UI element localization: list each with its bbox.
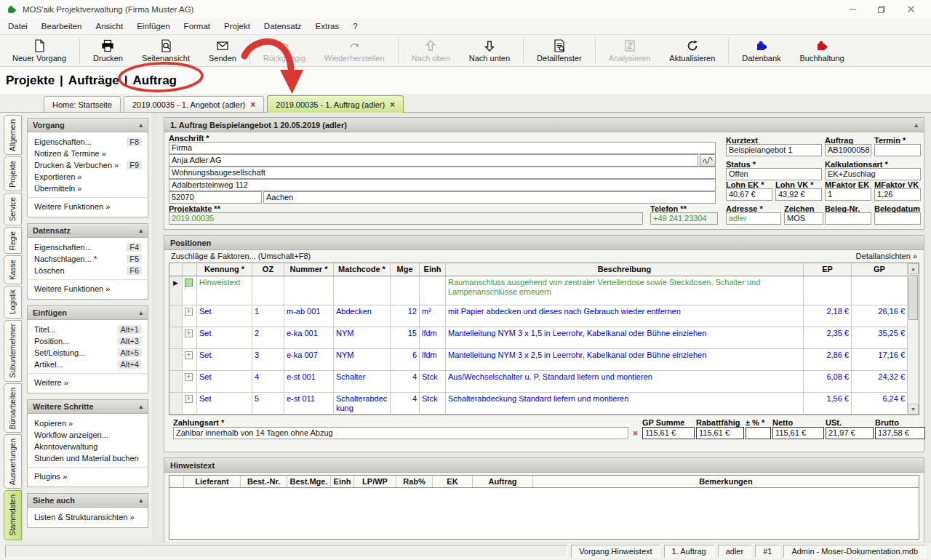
sidebar-item-nachschlagen[interactable]: Nachschlagen... *F5 [28, 253, 148, 265]
kalkulationsart-input[interactable]: EK+Zuschlag [825, 168, 921, 180]
cell-beschreibung[interactable]: Raumanschluss ausgehend von zentraler Ve… [446, 276, 804, 305]
sidebar-item-löschen[interactable]: LöschenF6 [28, 265, 148, 276]
restore-button[interactable] [867, 1, 896, 17]
cell-beschreibung[interactable]: Aus/Wechselschalter u. P. Standard liefe… [446, 371, 804, 392]
workbook-tab-subunternehmer[interactable]: Subunternehmer [4, 320, 22, 382]
ort-input[interactable]: Aachen [263, 191, 716, 204]
cell-mge[interactable]: 4 [391, 371, 420, 392]
hint-column-blank[interactable] [169, 476, 184, 487]
toolbar-button-drucken[interactable]: Drucken [84, 36, 132, 65]
toolbar-button-buchhaltung[interactable]: Buchhaltung [791, 36, 854, 65]
cell-beschreibung[interactable]: mit Papier abdecken und dieses nach Gebr… [446, 305, 804, 327]
cell-oz[interactable]: 4 [252, 371, 284, 392]
sidebar-item-übermitteln[interactable]: Übermitteln » [28, 183, 148, 194]
cell-einh[interactable] [420, 276, 446, 305]
cell-gp[interactable]: 26,16 € [852, 305, 907, 327]
detail-views-link[interactable]: Detailansichten » [856, 252, 917, 260]
sidebar-item-workflow-anzeigen[interactable]: Workflow anzeigen... [28, 429, 148, 441]
toolbar-button-senden[interactable]: Senden [199, 36, 246, 65]
cell-einh[interactable]: lfdm [420, 349, 446, 370]
menu-item-item[interactable]: ? [353, 22, 357, 31]
table-row[interactable]: +Set1m-ab 001Abdecken12m²mit Papier abde… [169, 305, 907, 327]
cell-einh[interactable]: lfdm [420, 327, 446, 348]
total-value-item[interactable] [746, 427, 771, 439]
expand-icon[interactable]: + [185, 373, 193, 381]
workbook-tab-logistik[interactable]: Logistik [4, 286, 22, 319]
scrollbar-thumb[interactable] [908, 275, 918, 320]
toolbar-button-nach-unten[interactable]: Nach unten [460, 36, 519, 65]
sidebar-item-stunden-und-material-buchen[interactable]: Stunden und Material buchen [28, 452, 148, 464]
breadcrumb-part-auftrag[interactable]: Auftrag [133, 73, 177, 88]
close-icon[interactable] [896, 1, 925, 17]
menu-item-datei[interactable]: Datei [8, 22, 28, 31]
sidebar-item-akontoverwaltung[interactable]: Akontoverwaltung [28, 441, 148, 452]
adresse-input[interactable]: adler [726, 212, 781, 225]
cell-ep[interactable]: 2,18 € [804, 305, 852, 327]
sidebar-item-weitere[interactable]: Weitere » [28, 377, 148, 388]
sidebar-item-titel[interactable]: Titel...Alt+1 [28, 324, 148, 335]
column-header-oz[interactable]: OZ [252, 263, 284, 276]
cell-ep[interactable] [804, 276, 852, 305]
vertical-scrollbar[interactable]: ▲▼ [907, 263, 919, 415]
tab-2019-00035-1-auftrag-adler[interactable]: 2019.00035 - 1. Auftrag (adler)× [267, 95, 404, 113]
signature-lookup-button[interactable] [700, 154, 716, 167]
cell-matchcode[interactable]: NYM [334, 349, 391, 370]
expand-icon[interactable]: + [185, 329, 193, 337]
column-header-beschreibung[interactable]: Beschreibung [446, 263, 804, 276]
toolbar-button-neuer-vorgang[interactable]: Neuer Vorgang [3, 36, 76, 65]
cell-kennung[interactable]: Set [197, 305, 252, 327]
anschrift-line2-input[interactable]: Anja Adler AG [169, 154, 698, 167]
workbook-tab-büroarbeiten[interactable]: Büroarbeiten [4, 383, 22, 433]
section-header-weitere-schritte[interactable]: Weitere Schritte▴ [28, 400, 148, 414]
menu-item-datensatz[interactable]: Datensatz [264, 22, 302, 31]
tab-home-startseite[interactable]: Home: Startseite [44, 96, 121, 112]
expand-icon[interactable]: + [185, 351, 193, 359]
cell-nummer[interactable] [284, 276, 334, 305]
row-checkbox[interactable] [185, 279, 193, 287]
cell-nummer[interactable]: e-ka 007 [284, 349, 334, 370]
hint-column-auftrag[interactable]: Auftrag [473, 476, 533, 487]
cell-matchcode[interactable]: Schalterabdeckung [334, 393, 391, 414]
total-value-netto[interactable]: 115,61 € [772, 427, 824, 439]
cell-oz[interactable]: 2 [252, 327, 284, 348]
menu-item-bearbeiten[interactable]: Bearbeiten [41, 22, 82, 31]
cell-beschreibung[interactable]: Mantelleitung NYM 3 x 1,5 in Leerrohr, K… [446, 327, 804, 348]
cell-kennung[interactable]: Hinweistext [197, 276, 252, 305]
sidebar-item-eigenschaften[interactable]: Eigenschaften...F8 [28, 136, 148, 148]
cell-oz[interactable]: 5 [252, 393, 284, 414]
section-header-siehe-auch[interactable]: Siehe auch▴ [28, 494, 148, 508]
sidebar-item-set-leistung[interactable]: Set/Leistung...Alt+5 [28, 347, 148, 359]
mfaktor-vk-input[interactable]: 1,26 [874, 188, 921, 201]
collapse-icon[interactable]: ▴ [139, 227, 143, 234]
clear-payment-icon[interactable]: × [633, 429, 638, 438]
menu-item-format[interactable]: Format [184, 22, 210, 31]
hint-column-lieferant[interactable]: Lieferant [184, 476, 241, 487]
workbook-tab-auswertungen[interactable]: Auswertungen [4, 434, 22, 489]
cell-ep[interactable]: 2,86 € [804, 349, 852, 370]
table-row[interactable]: +Set3e-ka 007NYM6lfdmMantelleitung NYM 3… [169, 349, 907, 371]
cell-matchcode[interactable]: Schalter [334, 371, 391, 392]
cell-gp[interactable]: 6,24 € [852, 393, 907, 414]
kurztext-input[interactable]: Beispielangebot 1 [726, 144, 822, 156]
workbook-tab-allgemein[interactable]: Allgemein [4, 115, 22, 155]
cell-gp[interactable]: 35,25 € [852, 327, 907, 348]
cell-mge[interactable]: 15 [391, 327, 420, 348]
sidebar-item-listen-strukturansichten[interactable]: Listen & Strukturansichten » [28, 511, 148, 523]
table-row[interactable]: +Set4e-st 001Schalter4StckAus/Wechselsch… [169, 371, 907, 393]
cell-ep[interactable]: 1,56 € [804, 393, 852, 414]
cell-nummer[interactable]: m-ab 001 [284, 305, 334, 327]
minimize-button[interactable] [838, 1, 867, 17]
cell-oz[interactable] [252, 276, 284, 305]
toolbar-button-aktualisieren[interactable]: Aktualisieren [660, 36, 724, 65]
cell-gp[interactable] [852, 276, 907, 305]
column-header-kennung[interactable]: Kennung * [197, 263, 252, 276]
column-header-einh[interactable]: Einh [420, 263, 446, 276]
table-row[interactable]: +Set2e-ka 001NYM15lfdmMantelleitung NYM … [169, 327, 907, 349]
sidebar-item-exportieren[interactable]: Exportieren » [28, 171, 148, 183]
breadcrumb-part-projekte[interactable]: Projekte [6, 73, 55, 88]
hint-column-best-mge[interactable]: Best.Mge. [287, 476, 331, 487]
anschrift-line1-input[interactable]: Firma [169, 142, 716, 154]
breadcrumb-part-aufträge[interactable]: Aufträge [68, 73, 119, 88]
expand-icon[interactable]: + [185, 395, 193, 403]
hint-column-lp-wp[interactable]: LP/WP [354, 476, 396, 487]
